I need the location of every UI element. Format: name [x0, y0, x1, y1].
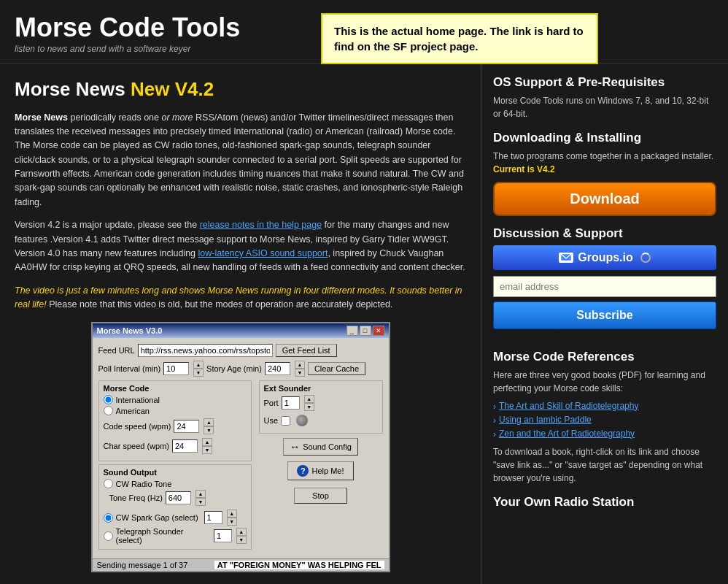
- sound-output-label: Sound Output: [104, 468, 247, 477]
- highlight-paragraph: The video is just a few minutes long and…: [15, 284, 466, 312]
- morse-code-section-label: Morse Code: [104, 384, 247, 393]
- references-intro: Here are three very good books (PDF) for…: [493, 369, 716, 395]
- status-text: Sending message 1 of 37: [97, 561, 188, 569]
- morse-code-box: Morse Code International American: [98, 380, 252, 461]
- char-speed-input[interactable]: [172, 439, 198, 453]
- email-input[interactable]: [493, 276, 716, 297]
- char-speed-stepper[interactable]: ▲▼: [202, 438, 212, 454]
- telegraph-row: Telegraph Sounder (select) ▲▼: [104, 527, 247, 545]
- stop-section: Stop: [259, 488, 383, 504]
- spark-label: CW Spark Gap (select): [116, 513, 198, 522]
- story-age-input[interactable]: [265, 362, 290, 375]
- telegraph-radio[interactable]: [104, 531, 113, 541]
- screenshot-container: Morse News V3.0 _ □ ✕ Feed URL Get Feed …: [15, 322, 466, 572]
- os-support-header: OS Support & Pre-Requisites: [493, 75, 716, 90]
- sounder-icon: [296, 415, 308, 426]
- groups-button[interactable]: Groups.io: [493, 245, 716, 270]
- ref-1-arrow: ›: [493, 402, 496, 412]
- asio-link[interactable]: low-latency ASIO sound support: [198, 248, 328, 258]
- app-window-title: Morse News V3.0: [97, 326, 163, 335]
- use-label: Use: [264, 416, 279, 425]
- minimize-button[interactable]: _: [346, 326, 358, 336]
- ref-3-item: › Zen and the Art of Radiotelegraphy: [493, 429, 716, 439]
- stop-btn[interactable]: Stop: [294, 488, 347, 504]
- story-age-stepper[interactable]: ▲▼: [295, 361, 305, 377]
- code-speed-label: Code speed (wpm): [104, 422, 171, 431]
- feed-url-label: Feed URL: [98, 346, 135, 355]
- release-notes-link[interactable]: release notes in the help page: [200, 220, 322, 230]
- telegraph-input[interactable]: [214, 529, 232, 542]
- loading-spinner: [640, 253, 651, 263]
- groups-icon: [559, 253, 573, 263]
- spark-gap-row: CW Spark Gap (select) ▲▼: [104, 510, 247, 526]
- app-titlebar: Morse News V3.0 _ □ ✕: [93, 323, 389, 338]
- help-label: Help Me!: [311, 466, 344, 475]
- american-radio[interactable]: [104, 406, 113, 415]
- code-speed-stepper[interactable]: ▲▼: [204, 418, 214, 434]
- sound-output-box: Sound Output CW Radio Tone Tone Freq (Hz…: [98, 464, 252, 550]
- spark-radio[interactable]: [104, 513, 113, 523]
- american-label: American: [116, 407, 150, 415]
- tone-freq-stepper[interactable]: ▲▼: [195, 490, 206, 506]
- ref-1-item: › The Art and Skill of Radiotelegraphy: [493, 401, 716, 412]
- feed-url-input[interactable]: [138, 344, 273, 357]
- ref-1-link[interactable]: The Art and Skill of Radiotelegraphy: [499, 401, 638, 411]
- port-row: Port ▲▼: [264, 395, 378, 411]
- app-body: Feed URL Get Feed List Poll Interval (mi…: [93, 338, 389, 558]
- app-statusbar: Sending message 1 of 37 AT "FOREIGN MONE…: [93, 558, 389, 571]
- discussion-header: Discussion & Support: [493, 226, 716, 241]
- ticker-text: AT "FOREIGN MONEY" WAS HELPING FEL: [214, 561, 384, 569]
- ref-2-item: › Using an Iambic Paddle: [493, 415, 716, 426]
- international-label: International: [116, 396, 160, 404]
- callout-text: This is the actual home page. The link i…: [334, 25, 584, 53]
- spark-stepper[interactable]: ▲▼: [227, 510, 237, 526]
- subscribe-button[interactable]: Subscribe: [493, 301, 716, 329]
- cw-radio-label: CW Radio Tone: [116, 480, 172, 488]
- cw-radio-row: CW Radio Tone: [104, 479, 247, 488]
- references-header: Morse Code References: [493, 350, 716, 364]
- ref-2-link[interactable]: Using an Iambic Paddle: [499, 415, 592, 425]
- app-screenshot: Morse News V3.0 _ □ ✕ Feed URL Get Feed …: [91, 322, 390, 572]
- spark-input[interactable]: [204, 511, 222, 524]
- poll-input[interactable]: [163, 362, 189, 375]
- description-1: Morse News periodically reads one or mor…: [15, 111, 466, 210]
- telegraph-stepper[interactable]: ▲▼: [236, 528, 246, 544]
- international-radio-row: International: [104, 395, 247, 404]
- page-title: Morse News New V4.2: [15, 78, 466, 101]
- use-checkbox[interactable]: [281, 416, 290, 426]
- download-text: The two programs come together in a pack…: [493, 150, 716, 176]
- cw-radio-radio[interactable]: [104, 479, 113, 488]
- references-download-text: To download a book, right-click on its l…: [493, 445, 716, 485]
- american-radio-row: American: [104, 406, 247, 415]
- main-sections: Morse Code International American: [98, 380, 383, 553]
- char-speed-row: Char speed (wpm) ▲▼: [104, 438, 247, 454]
- ref-3-arrow: ›: [493, 429, 496, 439]
- port-stepper[interactable]: ▲▼: [304, 395, 314, 411]
- code-speed-input[interactable]: [174, 420, 199, 433]
- radio-station-header: Your Own Radio Station: [493, 495, 716, 510]
- win-buttons: _ □ ✕: [346, 326, 384, 336]
- ref-2-arrow: ›: [493, 415, 496, 426]
- use-row: Use: [264, 415, 378, 426]
- sound-config-label: Sound Config: [303, 442, 352, 451]
- clear-cache-btn[interactable]: Clear Cache: [308, 362, 365, 375]
- close-button[interactable]: ✕: [373, 326, 384, 336]
- help-btn[interactable]: ? Help Me!: [287, 461, 353, 480]
- get-feed-btn[interactable]: Get Feed List: [276, 344, 337, 357]
- international-radio[interactable]: [104, 395, 113, 404]
- morse-sound-section: Morse Code International American: [98, 380, 252, 553]
- current-badge: Current is V4.2: [493, 164, 555, 174]
- sound-config-section: ↔ Sound Config: [259, 438, 383, 456]
- telegraph-label: Telegraph Sounder (select): [116, 527, 209, 545]
- poll-stepper[interactable]: ▲▼: [193, 361, 204, 377]
- sound-config-btn[interactable]: ↔ Sound Config: [283, 438, 358, 456]
- port-input[interactable]: [282, 396, 300, 410]
- tone-freq-input[interactable]: [166, 491, 191, 504]
- code-speed-row: Code speed (wpm) ▲▼: [104, 418, 247, 434]
- poll-row: Poll Interval (min) ▲▼ Story Age (min) ▲…: [98, 361, 383, 377]
- download-button[interactable]: Download: [493, 182, 716, 216]
- groups-label: Groups.io: [578, 251, 633, 264]
- maximize-button[interactable]: □: [360, 326, 371, 336]
- ref-3-link[interactable]: Zen and the Art of Radiotelegraphy: [499, 429, 635, 439]
- os-support-text: Morse Code Tools runs on Windows 7, 8, a…: [493, 94, 716, 120]
